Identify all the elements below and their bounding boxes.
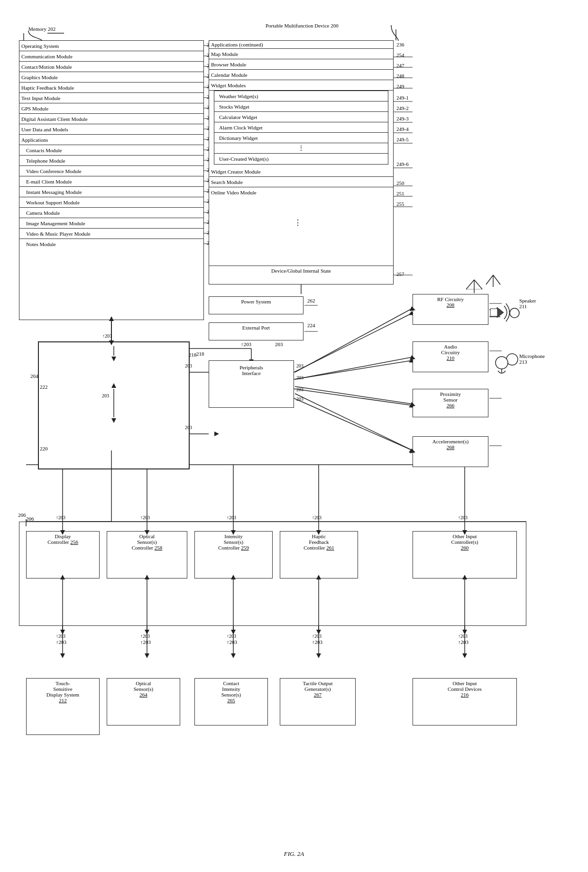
ref-255: 255 — [396, 201, 404, 207]
image-mgmt-row: Image Management Module — [19, 218, 203, 229]
rf-text: RF Circuitry208 — [413, 294, 488, 310]
svg-text:↑203: ↑203 — [56, 515, 65, 520]
power-system-text: Power System — [209, 297, 303, 306]
browser-row: Browser Module — [209, 59, 393, 70]
applications-row: Applications — [19, 135, 203, 145]
optical-sensor-ref: 264 — [139, 692, 147, 698]
contact-intensity-text: ContactIntensitySensor(s)265 — [195, 679, 267, 705]
stocks-row: Stocks Widget — [214, 101, 388, 112]
svg-line-92 — [486, 275, 493, 285]
svg-point-154 — [496, 357, 508, 369]
email-label: E-mail Client Module — [26, 179, 72, 184]
user-data-row: User Data and Models — [19, 124, 203, 135]
contact-label: Contact/Motion Module — [21, 64, 72, 70]
peripherals-box: PeripheralsInterface — [209, 360, 294, 408]
svg-text:218: 218 — [189, 352, 197, 358]
svg-marker-125 — [462, 653, 467, 658]
power-system-box: Power System — [209, 296, 303, 314]
svg-text:↑203: ↑203 — [312, 633, 322, 639]
ref-251: 251 — [396, 191, 404, 196]
svg-line-158 — [474, 280, 482, 289]
workout-label: Workout Support Module — [26, 200, 80, 205]
im-row: Instant Messaging Module — [19, 187, 203, 197]
svg-marker-69 — [214, 431, 219, 436]
svg-marker-60 — [316, 630, 321, 634]
ref-254: 254 — [396, 52, 404, 58]
svg-text:↑203: ↑203 — [312, 515, 322, 520]
svg-marker-113 — [60, 653, 65, 658]
svg-marker-62 — [462, 630, 467, 634]
svg-line-149 — [295, 394, 413, 450]
cpu-area-box — [38, 341, 190, 469]
digital-asst-label: Digital Assistant Client Module — [21, 116, 88, 122]
pmd-arrow-svg — [389, 23, 403, 42]
widget-modules-label: Widget Modules — [211, 83, 246, 88]
figure-caption: FIG. 2A — [0, 850, 588, 858]
svg-line-157 — [466, 280, 474, 289]
comm-row: Communication Module — [19, 51, 203, 62]
ref-249-4: 249-4 — [396, 126, 409, 132]
notes-row: Notes Module — [19, 239, 203, 249]
svg-marker-119 — [231, 653, 236, 658]
svg-line-143 — [295, 357, 413, 379]
microphone-ref: 213 — [519, 359, 527, 365]
text-input-label: Text Input Module — [21, 95, 60, 101]
svg-text:↑203: ↑203 — [102, 333, 112, 339]
online-video-label: Online Video Module — [211, 190, 257, 195]
svg-line-140 — [295, 308, 413, 372]
user-created-row: User-Created Widget(s) — [214, 154, 388, 164]
ref-262: 262 — [307, 298, 315, 303]
contact-row: Contact/Motion Module — [19, 62, 203, 72]
tactile-output-ref: 267 — [314, 692, 322, 698]
optical-ctrl-ref: 258 — [155, 545, 163, 551]
ref-206-label: 206 — [26, 516, 34, 522]
ref-249-6: 249-6 — [396, 161, 409, 167]
ref-247: 247 — [396, 63, 404, 68]
camera-label: Camera Module — [26, 210, 60, 216]
svg-marker-56 — [145, 630, 149, 634]
ref-224: 224 — [307, 322, 315, 328]
diagram: Memory 202 Portable Multifunction Device… — [0, 0, 588, 872]
gps-row: GPS Module — [19, 103, 203, 114]
other-input-ctrl-box: Other InputController(s)260 — [413, 531, 517, 578]
text-input-row: Text Input Module — [19, 93, 203, 103]
optical-ctrl-text: OpticalSensor(s)Controller 258 — [107, 532, 187, 552]
svg-text:↑203: ↑203 — [140, 515, 150, 520]
contact-intensity-ref: 265 — [227, 698, 235, 703]
accel-text: Accelerometer(s)268 — [413, 437, 488, 452]
ref-249-5: 249-5 — [396, 137, 409, 142]
svg-text:↑203: ↑203 — [458, 633, 468, 639]
power-system-label: Power System — [241, 299, 271, 304]
bus-203-periph2-label: 203 — [275, 341, 283, 347]
svg-line-93 — [493, 275, 500, 285]
optical-sensor-text: OpticalSensor(s)264 — [107, 679, 180, 699]
comm-label: Communication Module — [21, 54, 73, 59]
apps-cont-title: Applications (continued) — [211, 42, 263, 47]
bus-203-disp-label: ↑203 — [56, 639, 66, 645]
speaker-label: Speaker211 — [519, 298, 536, 309]
optical-sensor-ctrl-box: OpticalSensor(s)Controller 258 — [107, 531, 187, 578]
svg-marker-116 — [145, 653, 149, 658]
map-row: Map Module — [209, 49, 393, 59]
haptic-ctrl-ref: 261 — [326, 545, 334, 551]
other-input-devices-box: Other InputControl Devices216 — [413, 678, 517, 725]
apps-cont-title-row: Applications (continued) — [209, 41, 393, 49]
image-mgmt-label: Image Management Module — [26, 220, 85, 226]
accelerometer-box: Accelerometer(s)268 — [413, 436, 488, 467]
haptic-row: Haptic Feedback Module — [19, 83, 203, 93]
im-label: Instant Messaging Module — [26, 189, 82, 195]
other-devices-text: Other InputControl Devices216 — [413, 679, 516, 699]
ref-257: 257 — [396, 271, 404, 277]
peripherals-text: PeripheralsInterface — [209, 361, 294, 380]
haptic-label: Haptic Feedback Module — [21, 85, 74, 91]
stocks-label: Stocks Widget — [219, 104, 249, 110]
ref-248: 248 — [396, 73, 404, 79]
tactile-output-text: Tactile OutputGenerator(s)267 — [280, 679, 355, 699]
intensity-sensor-ctrl-box: IntensitySensor(s)Controller 259 — [194, 531, 273, 578]
user-data-label: User Data and Models — [21, 127, 68, 132]
audio-ref: 210 — [447, 355, 455, 361]
dict-label: Dictionary Widget — [219, 135, 258, 141]
device-state-box: Device/Global Internal State — [209, 266, 394, 285]
svg-text:↑203: ↑203 — [227, 633, 236, 639]
calendar-label: Calendar Module — [211, 72, 248, 78]
